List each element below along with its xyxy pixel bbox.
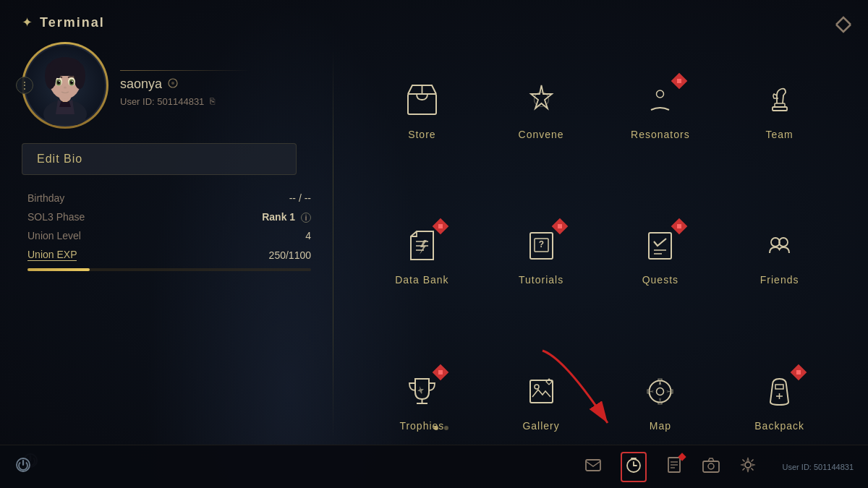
birthday-value: -- / --	[289, 192, 311, 204]
union-level-value: 4	[305, 230, 311, 241]
user-id-text: User ID: 501144831	[120, 96, 204, 107]
backpack-icon	[758, 369, 801, 413]
trophies-icon	[400, 369, 443, 413]
menu-item-friends[interactable]: Friends	[720, 182, 839, 328]
sol3-label: SOL3 Phase	[27, 211, 85, 223]
username-row: saonya	[120, 77, 311, 92]
menu-item-resonators[interactable]: Resonators	[601, 36, 720, 182]
edit-username-button[interactable]	[168, 78, 178, 90]
terminal-title: Terminal	[40, 15, 105, 30]
quest-log-button[interactable]	[665, 455, 684, 479]
gallery-icon	[519, 369, 563, 413]
union-level-row: Union Level 4	[27, 230, 311, 241]
userid-row: User ID: 501144831 ⎘	[120, 96, 311, 107]
convene-label: Convene	[519, 129, 564, 140]
backpack-label: Backpack	[754, 420, 804, 432]
svg-point-24	[534, 93, 548, 107]
team-icon	[758, 78, 801, 121]
sol3-value: Rank 1 i	[262, 211, 311, 223]
menu-item-store[interactable]: Store	[362, 36, 482, 182]
convene-icon	[519, 78, 563, 121]
avatar-container: ⋮	[22, 42, 109, 129]
camera-button[interactable]	[702, 455, 720, 479]
exp-bar-fill	[27, 268, 90, 271]
birthday-label: Birthday	[27, 192, 64, 204]
page-dots	[434, 426, 448, 430]
svg-point-42	[657, 388, 664, 395]
page-dot-2[interactable]	[444, 426, 448, 430]
svg-point-40	[535, 385, 539, 389]
stats-section: Birthday -- / -- SOL3 Phase Rank 1 i Uni…	[22, 192, 311, 271]
gallery-label: Gallery	[522, 420, 559, 432]
union-exp-row: Union EXP 250/1100	[27, 249, 311, 261]
bottom-icons-group: User ID: 501144831	[584, 452, 854, 482]
profile-separator-top	[120, 70, 250, 71]
page-dot-1[interactable]	[434, 426, 438, 430]
svg-text:?: ?	[538, 239, 543, 249]
profile-info: saonya User ID: 501144831 ⎘	[120, 64, 311, 107]
svg-point-17	[59, 81, 60, 82]
menu-item-databank[interactable]: Data Bank	[362, 182, 482, 328]
quests-label: Quests	[642, 274, 678, 286]
map-label: Map	[650, 420, 671, 432]
bottom-bar-left	[14, 456, 32, 478]
friends-label: Friends	[760, 274, 799, 286]
svg-point-55	[745, 462, 751, 468]
svg-rect-32	[649, 233, 671, 259]
menu-grid: Store Convene	[362, 36, 839, 474]
sol3-info-icon[interactable]: i	[301, 213, 311, 223]
map-icon	[639, 369, 682, 413]
right-panel: Store Convene	[333, 0, 868, 488]
profile-section: ⋮ saonya User ID: 501144831 ⎘	[22, 42, 311, 129]
svg-point-19	[64, 87, 67, 89]
avatar-options-button[interactable]: ⋮	[16, 77, 33, 94]
main-container: ✦ Terminal	[0, 0, 868, 488]
bottom-user-id: User ID: 501144831	[783, 463, 854, 471]
birthday-row: Birthday -- / --	[27, 192, 311, 204]
timer-button[interactable]	[621, 452, 647, 482]
avatar-ring	[22, 42, 109, 129]
menu-item-convene[interactable]: Convene	[482, 36, 601, 182]
quests-icon	[639, 223, 682, 267]
edit-bio-button[interactable]: Edit Bio	[22, 143, 297, 175]
store-icon	[400, 78, 443, 121]
menu-item-quests[interactable]: Quests	[601, 182, 720, 328]
left-panel: ✦ Terminal	[0, 0, 333, 488]
svg-rect-28	[775, 103, 785, 107]
menu-item-tutorials[interactable]: ? Tutorials	[482, 182, 601, 328]
close-button[interactable]	[833, 14, 854, 39]
databank-label: Data Bank	[395, 274, 448, 286]
svg-rect-47	[586, 460, 600, 471]
friends-icon	[758, 223, 801, 267]
bottom-bar: User ID: 501144831	[0, 445, 868, 488]
exp-bar-background	[27, 268, 311, 271]
union-level-label: Union Level	[27, 230, 81, 241]
settings-button[interactable]	[739, 455, 757, 479]
tutorials-icon: ?	[519, 223, 563, 267]
tutorials-label: Tutorials	[519, 274, 563, 286]
svg-point-18	[72, 81, 73, 82]
mail-button[interactable]	[584, 455, 603, 479]
team-label: Team	[766, 129, 793, 140]
resonators-label: Resonators	[631, 129, 690, 140]
terminal-header: ✦ Terminal	[22, 14, 311, 30]
copy-id-button[interactable]: ⎘	[210, 96, 215, 106]
store-label: Store	[408, 129, 435, 140]
resonators-icon	[639, 78, 682, 121]
avatar-portrait	[25, 46, 105, 125]
svg-rect-22	[408, 94, 436, 114]
power-bottom-button[interactable]	[14, 456, 32, 478]
svg-point-54	[708, 463, 714, 469]
union-exp-value: 250/1100	[269, 249, 311, 261]
svg-point-26	[657, 90, 664, 98]
menu-item-team[interactable]: Team	[720, 36, 839, 182]
svg-rect-39	[530, 380, 553, 403]
avatar-inner	[24, 44, 106, 127]
databank-icon	[400, 223, 443, 267]
union-exp-label[interactable]: Union EXP	[27, 249, 77, 261]
terminal-icon: ✦	[22, 14, 33, 30]
username-label: saonya	[120, 77, 162, 92]
sol3-row: SOL3 Phase Rank 1 i	[27, 211, 311, 223]
